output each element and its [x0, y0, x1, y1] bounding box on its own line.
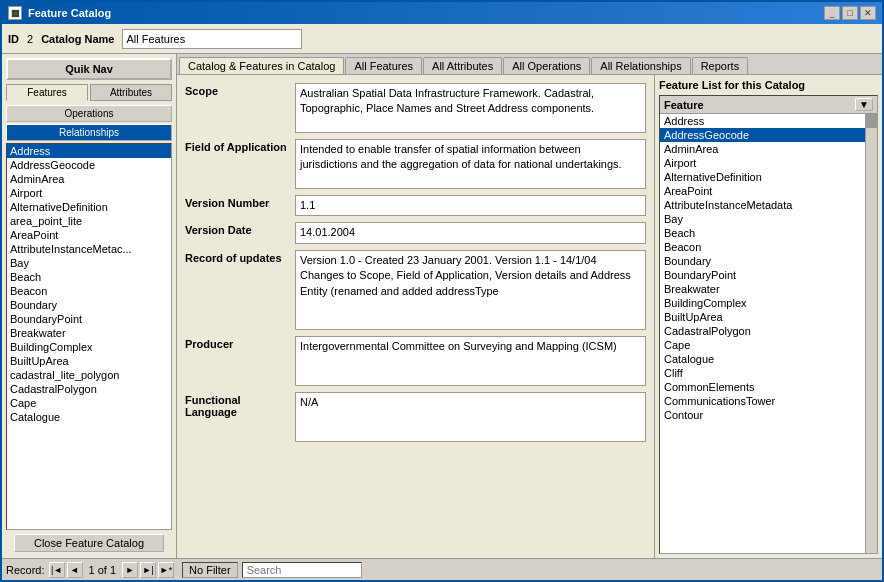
- title-bar: ▦ Feature Catalog _ □ ✕: [2, 2, 882, 24]
- field-of-application-value: Intended to enable transfer of spatial i…: [295, 139, 646, 189]
- catalog-item[interactable]: AreaPoint: [660, 184, 865, 198]
- version-number-row: Version Number 1.1: [185, 195, 646, 216]
- tab-all-attributes[interactable]: All Attributes: [423, 57, 502, 74]
- catalog-item[interactable]: Address: [660, 114, 865, 128]
- right-section: Catalog & Features in Catalog All Featur…: [177, 54, 882, 558]
- list-item[interactable]: cadastral_lite_polygon: [7, 368, 171, 382]
- quik-nav-header: Quik Nav: [6, 58, 172, 80]
- list-item[interactable]: BoundaryPoint: [7, 312, 171, 326]
- catalog-item[interactable]: CommonElements: [660, 380, 865, 394]
- nav-last-button[interactable]: ►|: [140, 562, 156, 578]
- producer-label: Producer: [185, 336, 295, 350]
- catalog-item[interactable]: BuiltUpArea: [660, 310, 865, 324]
- record-label: Record:: [6, 564, 45, 576]
- catalog-item[interactable]: Contour: [660, 408, 865, 422]
- nav-new-button[interactable]: ►*: [158, 562, 174, 578]
- catalog-item[interactable]: Catalogue: [660, 352, 865, 366]
- filter-indicator: No Filter: [182, 562, 238, 578]
- list-item[interactable]: AddressGeocode: [7, 158, 171, 172]
- toolbar: ID 2 Catalog Name: [2, 24, 882, 54]
- record-info: 1 of 1: [85, 564, 121, 576]
- window-title: Feature Catalog: [28, 7, 111, 19]
- id-value: 2: [27, 33, 33, 45]
- nav-first-button[interactable]: |◄: [49, 562, 65, 578]
- close-feature-catalog-button[interactable]: Close Feature Catalog: [14, 534, 163, 552]
- record-of-updates-value: Version 1.0 - Created 23 January 2001. V…: [295, 250, 646, 330]
- catalog-item[interactable]: Bay: [660, 212, 865, 226]
- content-area: Scope Australian Spatial Data Infrastruc…: [177, 75, 882, 558]
- main-content: Quik Nav Features Attributes Operations …: [2, 54, 882, 558]
- catalog-item[interactable]: AlternativeDefinition: [660, 170, 865, 184]
- catalog-item[interactable]: Cliff: [660, 366, 865, 380]
- scope-label: Scope: [185, 83, 295, 97]
- tab-all-operations[interactable]: All Operations: [503, 57, 590, 74]
- nav-tabs: Features Attributes: [6, 84, 172, 101]
- tab-features[interactable]: Features: [6, 84, 88, 101]
- list-item[interactable]: AlternativeDefinition: [7, 200, 171, 214]
- close-button-title[interactable]: ✕: [860, 6, 876, 20]
- catalog-item[interactable]: Airport: [660, 156, 865, 170]
- catalog-item[interactable]: CadastralPolygon: [660, 324, 865, 338]
- catalog-table: Feature ▼ Address AddressGeocode AdminAr…: [659, 95, 878, 554]
- list-item[interactable]: BuildingComplex: [7, 340, 171, 354]
- relationships-button[interactable]: Relationships: [6, 124, 172, 141]
- search-input[interactable]: [242, 562, 362, 578]
- catalog-table-header: Feature ▼: [660, 96, 877, 114]
- catalog-item[interactable]: Breakwater: [660, 282, 865, 296]
- version-date-row: Version Date 14.01.2004: [185, 222, 646, 243]
- functional-language-label: Functional Language: [185, 392, 295, 418]
- tab-reports[interactable]: Reports: [692, 57, 749, 74]
- tab-all-features[interactable]: All Features: [345, 57, 422, 74]
- list-item[interactable]: CadastralPolygon: [7, 382, 171, 396]
- version-date-value: 14.01.2004: [295, 222, 646, 243]
- list-item[interactable]: Beach: [7, 270, 171, 284]
- catalog-item[interactable]: Cape: [660, 338, 865, 352]
- catalog-item[interactable]: Boundary: [660, 254, 865, 268]
- form-panel: Scope Australian Spatial Data Infrastruc…: [177, 75, 654, 558]
- list-item[interactable]: Catalogue: [7, 410, 171, 424]
- feature-list[interactable]: Address AddressGeocode AdminArea Airport…: [6, 143, 172, 530]
- functional-language-value: N/A: [295, 392, 646, 442]
- maximize-button[interactable]: □: [842, 6, 858, 20]
- scrollbar[interactable]: [865, 114, 877, 553]
- list-item[interactable]: AreaPoint: [7, 228, 171, 242]
- producer-row: Producer Intergovernmental Committee on …: [185, 336, 646, 386]
- catalog-item[interactable]: Beach: [660, 226, 865, 240]
- catalog-item[interactable]: CommunicationsTower: [660, 394, 865, 408]
- list-item[interactable]: Airport: [7, 186, 171, 200]
- nav-prev-button[interactable]: ◄: [67, 562, 83, 578]
- catalog-name-input[interactable]: [122, 29, 302, 49]
- feature-catalog-panel: Feature List for this Catalog Feature ▼ …: [654, 75, 882, 558]
- tab-all-relationships[interactable]: All Relationships: [591, 57, 690, 74]
- version-date-label: Version Date: [185, 222, 295, 236]
- catalog-item[interactable]: AddressGeocode: [660, 128, 865, 142]
- scope-value: Australian Spatial Data Infrastructure F…: [295, 83, 646, 133]
- minimize-button[interactable]: _: [824, 6, 840, 20]
- nav-next-button[interactable]: ►: [122, 562, 138, 578]
- list-item[interactable]: Boundary: [7, 298, 171, 312]
- nav-controls: |◄ ◄ 1 of 1 ► ►| ►*: [49, 562, 175, 578]
- list-item[interactable]: AdminArea: [7, 172, 171, 186]
- catalog-item[interactable]: Beacon: [660, 240, 865, 254]
- tab-catalog-features[interactable]: Catalog & Features in Catalog: [179, 57, 344, 74]
- catalog-item[interactable]: BoundaryPoint: [660, 268, 865, 282]
- list-item[interactable]: BuiltUpArea: [7, 354, 171, 368]
- list-item[interactable]: Breakwater: [7, 326, 171, 340]
- left-panel: Quik Nav Features Attributes Operations …: [2, 54, 177, 558]
- catalog-item[interactable]: BuildingComplex: [660, 296, 865, 310]
- list-item[interactable]: Beacon: [7, 284, 171, 298]
- tab-bar: Catalog & Features in Catalog All Featur…: [177, 54, 882, 75]
- catalog-item[interactable]: AttributeInstanceMetadata: [660, 198, 865, 212]
- list-item[interactable]: Address: [7, 144, 171, 158]
- list-item[interactable]: Cape: [7, 396, 171, 410]
- list-item[interactable]: area_point_lite: [7, 214, 171, 228]
- feature-column-dropdown[interactable]: ▼: [855, 98, 873, 111]
- operations-button[interactable]: Operations: [6, 105, 172, 122]
- catalog-items[interactable]: Address AddressGeocode AdminArea Airport…: [660, 114, 865, 553]
- status-bar: Record: |◄ ◄ 1 of 1 ► ►| ►* No Filter: [2, 558, 882, 580]
- list-item[interactable]: AttributeInstanceMetac...: [7, 242, 171, 256]
- catalog-item[interactable]: AdminArea: [660, 142, 865, 156]
- id-label: ID: [8, 33, 19, 45]
- tab-attributes[interactable]: Attributes: [90, 84, 172, 101]
- list-item[interactable]: Bay: [7, 256, 171, 270]
